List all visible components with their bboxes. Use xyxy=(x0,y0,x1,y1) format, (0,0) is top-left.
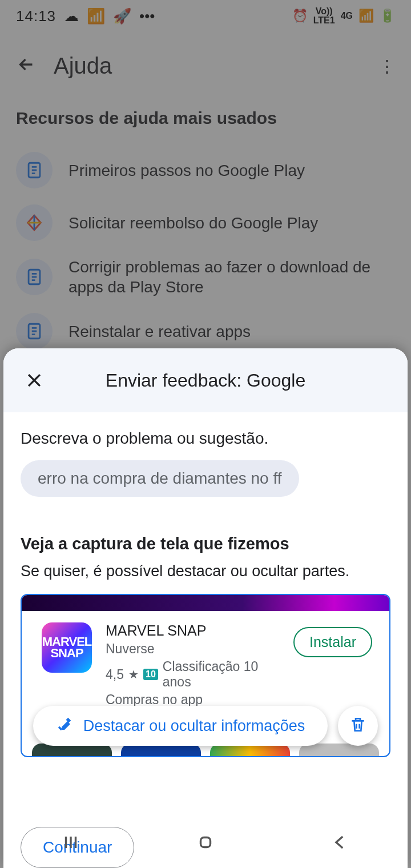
age-badge: 10 xyxy=(143,669,158,680)
app-iap-label: Compras no app xyxy=(106,692,280,708)
feedback-sheet: Enviar feedback: Google Descreva o probl… xyxy=(3,348,408,868)
highlighter-icon xyxy=(56,716,73,737)
delete-screenshot-button[interactable] xyxy=(338,706,378,746)
trash-icon xyxy=(349,716,367,736)
sheet-header: Enviar feedback: Google xyxy=(3,348,408,412)
app-title: MARVEL SNAP xyxy=(106,622,280,639)
screenshot-preview[interactable]: MARVEL SNAP MARVEL SNAP Nuverse 4,5★ 10 … xyxy=(21,594,390,757)
screenshot-subtitle: Se quiser, é possível destacar ou oculta… xyxy=(21,562,390,580)
system-nav-bar xyxy=(3,819,408,868)
app-icon: MARVEL SNAP xyxy=(42,622,92,673)
app-rating-row: 4,5★ 10 Classificação 10 anos xyxy=(106,659,280,690)
recents-button[interactable] xyxy=(61,833,80,854)
app-publisher: Nuverse xyxy=(106,641,280,657)
screenshot-heading: Veja a captura de tela que fizemos xyxy=(21,535,390,553)
highlight-hide-button[interactable]: Destacar ou ocultar informações xyxy=(33,706,328,746)
feedback-chip[interactable]: erro na compra de diamantes no ff xyxy=(21,460,299,497)
back-button[interactable] xyxy=(331,833,350,854)
home-button[interactable] xyxy=(196,833,215,854)
sheet-title: Enviar feedback: Google xyxy=(106,370,305,391)
screenshot-banner xyxy=(22,595,389,611)
close-button[interactable] xyxy=(21,367,48,394)
svg-rect-3 xyxy=(201,838,211,847)
install-button: Instalar xyxy=(293,627,372,657)
highlight-hide-label: Destacar ou ocultar informações xyxy=(83,717,305,735)
star-icon: ★ xyxy=(128,668,139,681)
describe-label: Descreva o problema ou sugestão. xyxy=(21,429,390,448)
